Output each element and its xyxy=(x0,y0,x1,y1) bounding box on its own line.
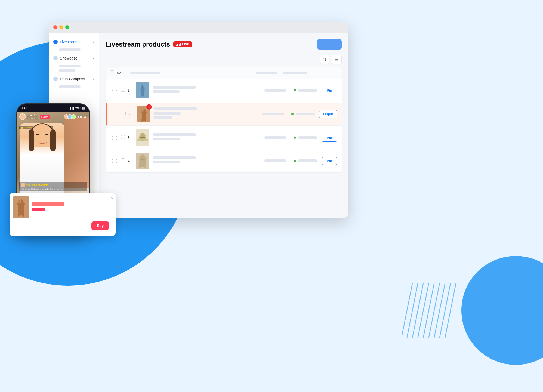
bg-circle-right xyxy=(461,256,543,365)
product-2-image-wrapper: 📌 xyxy=(137,106,150,122)
table-row: ⋮⋮ 3 xyxy=(106,126,342,149)
popup-action-row: Buy xyxy=(10,221,116,236)
product-2-sub-skeleton xyxy=(153,112,181,115)
product-4-info xyxy=(153,156,264,165)
row-2-number: 2 xyxy=(128,112,137,116)
close-stream-icon[interactable]: ✕ xyxy=(83,114,87,119)
stream-user-details: Livestr... 999 viewers xyxy=(27,114,39,119)
product-4-name-skeleton xyxy=(153,156,196,159)
svg-line-5 xyxy=(429,283,440,338)
product-4-meta xyxy=(264,159,317,162)
stream-username: Livestr... xyxy=(27,114,39,117)
product-3-name-skeleton xyxy=(153,133,196,136)
toolbar-row: ⇅ ▤ xyxy=(106,55,342,64)
product-2-info xyxy=(153,107,262,121)
sidebar-livestreams-label: Livestreams xyxy=(60,40,80,44)
page-title: Livestream products xyxy=(106,41,170,48)
product-4-image xyxy=(136,153,149,169)
drag-handle-1[interactable]: ⋮⋮ xyxy=(110,88,119,93)
data-compass-chevron: ∧ xyxy=(93,78,95,81)
row-3-number: 3 xyxy=(128,135,136,140)
filter-button[interactable]: ▤ xyxy=(332,55,342,64)
showcase-chevron: ∧ xyxy=(93,57,95,60)
pin-button-3[interactable]: Pin xyxy=(322,134,337,142)
traffic-light-red[interactable] xyxy=(53,25,57,29)
livestreams-icon xyxy=(53,40,58,44)
product-2-name-skeleton xyxy=(153,107,197,110)
product-1-status-skeleton xyxy=(298,89,317,92)
table-row: ⋮⋮ 4 xyxy=(106,149,342,172)
buying-ticker: is buying products friends and followers… xyxy=(19,182,87,191)
person-face-area xyxy=(31,124,53,147)
buying-ticker-row: is buying products xyxy=(21,183,85,187)
hair-right xyxy=(50,129,56,151)
pin-button-4[interactable]: Pin xyxy=(322,157,337,165)
product-4-sub-skeleton xyxy=(153,161,180,163)
sidebar-sub-skeleton-2 xyxy=(59,65,81,67)
product-table: No. ⋮⋮ xyxy=(106,67,342,172)
buy-button[interactable]: Buy xyxy=(91,221,109,230)
face xyxy=(31,124,53,147)
sidebar-sub-skeleton-1 xyxy=(59,48,81,51)
gift-avatar-3 xyxy=(71,114,76,119)
phone-status-bar: 9:41 ▐▐▐ WiFi ▓▓ xyxy=(17,104,89,112)
add-products-button[interactable] xyxy=(317,39,342,50)
svg-line-2 xyxy=(412,283,423,338)
svg-line-3 xyxy=(418,283,429,338)
product-4-status-skeleton xyxy=(298,159,317,162)
row-4-checkbox[interactable] xyxy=(121,158,125,162)
stream-tag-fashion: ⭐ Fashion xyxy=(19,126,33,129)
drag-handle-4[interactable]: ⋮⋮ xyxy=(110,158,119,163)
sidebar-item-data-compass[interactable]: Data Compass ∧ xyxy=(49,74,99,84)
stream-avatar xyxy=(19,113,26,120)
product-3-image xyxy=(136,129,149,146)
stream-right-controls: 888 ✕ xyxy=(65,114,87,119)
row-1-number: 1 xyxy=(128,88,136,92)
header-no: No. xyxy=(117,71,130,75)
popup-close-button[interactable]: × xyxy=(110,195,113,200)
product-3-sub-skeleton xyxy=(153,138,180,140)
right-eye xyxy=(45,134,48,135)
live-bar-2 xyxy=(177,44,178,46)
header-checkbox[interactable] xyxy=(110,70,114,74)
product-card-popup: × Buy xyxy=(10,193,116,236)
product-1-info xyxy=(153,86,264,95)
gift-avatars xyxy=(65,114,76,119)
product-1-name-skeleton xyxy=(153,86,196,89)
row-3-checkbox-cell xyxy=(121,135,128,140)
sidebar-sub-skeleton-3 xyxy=(59,69,75,72)
popup-product-info xyxy=(32,202,112,212)
live-bar-3 xyxy=(179,44,180,46)
sidebar-item-livestreams[interactable]: Livestreams ∧ xyxy=(49,37,99,47)
header-price xyxy=(256,70,283,75)
unpin-button-2[interactable]: Unpin xyxy=(319,110,337,118)
sidebar-item-showcase[interactable]: Showcase ∧ xyxy=(49,53,99,63)
follow-button[interactable]: Follow xyxy=(40,115,50,119)
sort-button[interactable]: ⇅ xyxy=(320,55,329,64)
row-3-checkbox[interactable] xyxy=(121,135,125,139)
phone-time: 9:41 xyxy=(21,106,27,110)
diagonal-lines-decoration xyxy=(402,283,456,338)
product-3-info xyxy=(153,133,264,142)
popup-desc xyxy=(32,208,45,211)
stream-overlay: Livestr... 999 viewers Follow 888 ✕ xyxy=(17,112,89,122)
row-2-checkbox-cell xyxy=(122,112,128,116)
sidebar-data-compass-label: Data Compass xyxy=(60,77,85,81)
tag-icon: ⭐ xyxy=(21,126,23,129)
svg-line-0 xyxy=(402,283,412,338)
header-status xyxy=(283,70,316,75)
row-2-checkbox[interactable] xyxy=(122,112,126,115)
buying-sub-text: friends and followers as well. Remember … xyxy=(21,188,85,190)
header-skeleton-status xyxy=(283,72,307,74)
traffic-light-green[interactable] xyxy=(65,25,69,29)
pin-button-1[interactable]: Pin xyxy=(322,87,337,94)
hat-svg xyxy=(136,129,149,146)
svg-line-8 xyxy=(445,283,456,338)
product-3-meta xyxy=(264,136,317,139)
row-1-checkbox[interactable] xyxy=(121,88,125,92)
product-4-status-dot xyxy=(294,160,296,162)
drag-handle-3[interactable]: ⋮⋮ xyxy=(110,135,119,140)
popup-product-image xyxy=(13,196,29,218)
live-bars xyxy=(176,42,181,46)
traffic-light-yellow[interactable] xyxy=(59,25,63,29)
